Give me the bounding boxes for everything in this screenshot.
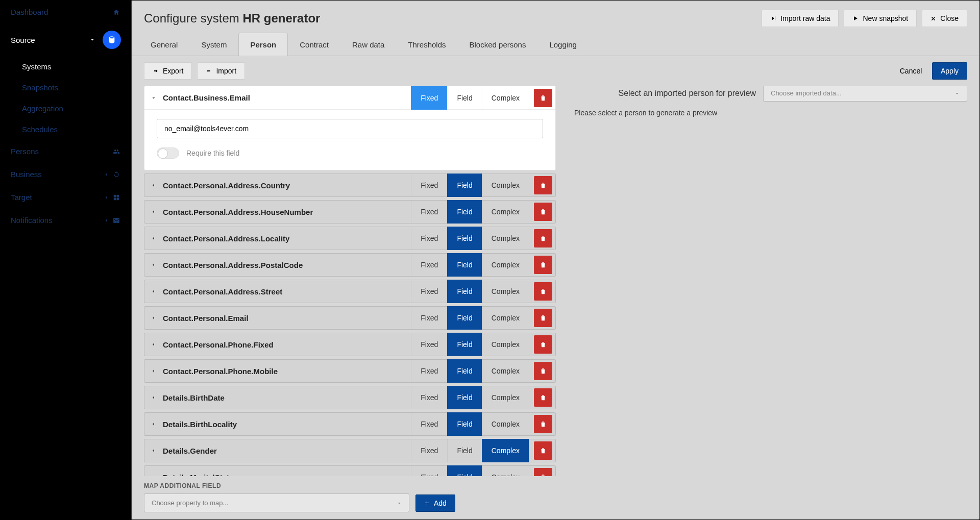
type-complex-button[interactable]: Complex xyxy=(482,412,529,436)
nav-dashboard[interactable]: Dashboard xyxy=(1,1,131,23)
tab-person[interactable]: Person xyxy=(238,33,288,56)
field-row-header[interactable]: Contact.Business.Email xyxy=(144,93,411,102)
type-fixed-button[interactable]: Fixed xyxy=(411,412,447,436)
type-fixed-button[interactable]: Fixed xyxy=(411,439,447,462)
type-fixed-button[interactable]: Fixed xyxy=(411,227,447,250)
subnav-snapshots[interactable]: Snapshots xyxy=(22,77,131,98)
field-row-header[interactable]: Contact.Personal.Address.Street xyxy=(144,287,411,296)
tab-thresholds[interactable]: Thresholds xyxy=(396,33,457,56)
nav-persons[interactable]: Persons xyxy=(1,140,131,163)
field-row-header[interactable]: Contact.Personal.Address.Locality xyxy=(144,234,411,243)
type-field-button[interactable]: Field xyxy=(447,174,481,197)
type-field-button[interactable]: Field xyxy=(447,200,481,224)
field-row-header[interactable]: Contact.Personal.Phone.Fixed xyxy=(144,340,411,349)
import-button[interactable]: Import xyxy=(197,62,245,80)
type-fixed-button[interactable]: Fixed xyxy=(411,200,447,224)
add-field-button[interactable]: Add xyxy=(415,494,455,512)
nav-business[interactable]: Business xyxy=(1,163,131,186)
delete-field-button[interactable] xyxy=(534,309,552,327)
chevron-down-icon xyxy=(151,95,158,101)
fixed-value-input[interactable] xyxy=(157,119,543,138)
field-row: Details.MaritalStatusFixedFieldComplex xyxy=(144,465,556,476)
nav-target[interactable]: Target xyxy=(1,186,131,209)
type-fixed-button[interactable]: Fixed xyxy=(411,280,447,303)
field-list[interactable]: Contact.Business.Email Fixed Field Compl… xyxy=(144,86,560,476)
type-field-button[interactable]: Field xyxy=(447,359,481,383)
delete-field-button[interactable] xyxy=(534,203,552,221)
subnav-aggregation[interactable]: Aggregation xyxy=(22,98,131,119)
field-row: Contact.Personal.Phone.FixedFixedFieldCo… xyxy=(144,333,556,356)
field-row-header[interactable]: Contact.Personal.Phone.Mobile xyxy=(144,367,411,376)
type-complex-button[interactable]: Complex xyxy=(482,200,529,224)
type-field-button[interactable]: Field xyxy=(447,306,481,330)
preview-person-select[interactable]: Choose imported data... xyxy=(763,86,967,102)
type-field-button[interactable]: Field xyxy=(447,465,481,476)
type-complex-button[interactable]: Complex xyxy=(482,306,529,330)
apply-button[interactable]: Apply xyxy=(932,62,967,80)
tab-general[interactable]: General xyxy=(139,33,189,56)
type-field-button[interactable]: Field xyxy=(447,280,481,303)
delete-field-button[interactable] xyxy=(534,468,552,476)
delete-field-button[interactable] xyxy=(534,415,552,433)
type-fixed-button[interactable]: Fixed xyxy=(411,465,447,476)
type-fixed-button[interactable]: Fixed xyxy=(411,86,447,110)
tab-system[interactable]: System xyxy=(189,33,238,56)
type-field-button[interactable]: Field xyxy=(447,412,481,436)
type-complex-button[interactable]: Complex xyxy=(482,253,529,277)
delete-field-button[interactable] xyxy=(534,335,552,354)
type-complex-button[interactable]: Complex xyxy=(482,333,529,356)
type-complex-button[interactable]: Complex xyxy=(482,86,529,110)
type-field-button[interactable]: Field xyxy=(447,253,481,277)
type-field-button[interactable]: Field xyxy=(447,333,481,356)
delete-field-button[interactable] xyxy=(534,362,552,380)
delete-field-button[interactable] xyxy=(534,388,552,407)
new-snapshot-button[interactable]: New snapshot xyxy=(844,10,917,27)
type-complex-button[interactable]: Complex xyxy=(482,174,529,197)
tab-raw-data[interactable]: Raw data xyxy=(340,33,396,56)
type-fixed-button[interactable]: Fixed xyxy=(411,359,447,383)
type-complex-button[interactable]: Complex xyxy=(482,465,529,476)
type-fixed-button[interactable]: Fixed xyxy=(411,253,447,277)
delete-field-button[interactable] xyxy=(534,441,552,460)
import-raw-button[interactable]: Import raw data xyxy=(762,10,839,27)
require-toggle[interactable] xyxy=(157,147,179,159)
type-field-button[interactable]: Field xyxy=(447,439,481,462)
type-field-button[interactable]: Field xyxy=(447,86,481,110)
delete-field-button[interactable] xyxy=(534,256,552,274)
field-row-header[interactable]: Contact.Personal.Address.HouseNumber xyxy=(144,208,411,216)
delete-field-button[interactable] xyxy=(534,89,552,107)
cancel-button[interactable]: Cancel xyxy=(892,63,930,79)
type-complex-button[interactable]: Complex xyxy=(482,439,529,462)
type-fixed-button[interactable]: Fixed xyxy=(411,386,447,409)
export-button[interactable]: Export xyxy=(144,62,192,80)
type-field-button[interactable]: Field xyxy=(447,386,481,409)
close-button[interactable]: Close xyxy=(922,10,967,27)
field-row-header[interactable]: Details.Gender xyxy=(144,447,411,455)
field-row-header[interactable]: Contact.Personal.Email xyxy=(144,314,411,323)
type-complex-button[interactable]: Complex xyxy=(482,280,529,303)
tab-logging[interactable]: Logging xyxy=(537,33,588,56)
tab-contract[interactable]: Contract xyxy=(288,33,340,56)
field-row-header[interactable]: Details.BirthDate xyxy=(144,393,411,402)
subnav-schedules[interactable]: Schedules xyxy=(22,119,131,140)
delete-field-button[interactable] xyxy=(534,229,552,247)
nav-source[interactable]: Source xyxy=(1,23,131,56)
type-fixed-button[interactable]: Fixed xyxy=(411,333,447,356)
type-complex-button[interactable]: Complex xyxy=(482,227,529,250)
field-row-header[interactable]: Contact.Personal.Address.PostalCode xyxy=(144,261,411,269)
delete-field-button[interactable] xyxy=(534,282,552,301)
type-complex-button[interactable]: Complex xyxy=(482,359,529,383)
type-complex-button[interactable]: Complex xyxy=(482,386,529,409)
page-title: Configure system HR generator xyxy=(144,11,320,26)
field-row-header[interactable]: Contact.Personal.Address.Country xyxy=(144,181,411,190)
subnav-systems[interactable]: Systems xyxy=(22,56,131,77)
type-fixed-button[interactable]: Fixed xyxy=(411,306,447,330)
map-property-select[interactable]: Choose property to map... xyxy=(144,493,409,512)
nav-notifications[interactable]: Notifications xyxy=(1,209,131,232)
tab-blocked-persons[interactable]: Blocked persons xyxy=(458,33,538,56)
delete-field-button[interactable] xyxy=(534,176,552,194)
field-row-header[interactable]: Details.BirthLocality xyxy=(144,420,411,429)
chevron-left-icon xyxy=(151,394,158,401)
type-field-button[interactable]: Field xyxy=(447,227,481,250)
type-fixed-button[interactable]: Fixed xyxy=(411,174,447,197)
